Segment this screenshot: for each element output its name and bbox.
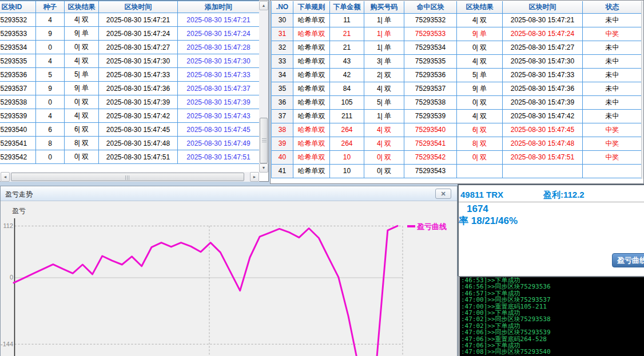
table-cell: 2025-08-30 15:47:48 <box>99 137 178 150</box>
table-cell: 2025-08-30 15:47:21 <box>99 13 178 27</box>
table-cell: 1| 单 <box>364 109 404 123</box>
column-header[interactable]: 状态 <box>583 1 642 13</box>
blocks-horizontal-scrollbar[interactable]: ◄ ► <box>1 172 259 182</box>
table-row[interactable]: 7529353800| 双2025-08-30 15:47:392025-08-… <box>0 95 259 109</box>
vertical-scrollbar-thumb[interactable] <box>260 118 268 163</box>
table-cell: 0 <box>36 150 65 164</box>
profit-curve-button[interactable]: 盈亏曲线 <box>612 253 644 267</box>
table-cell: 36 <box>272 95 293 109</box>
table-cell: 33 <box>272 54 293 68</box>
horizontal-scrollbar-thumb[interactable] <box>11 173 244 181</box>
table-cell: 37 <box>272 109 293 123</box>
table-cell: 75293534 <box>0 41 36 54</box>
table-row[interactable]: 7529353244| 双2025-08-30 15:47:212025-08-… <box>0 13 259 27</box>
table-row[interactable]: 30哈希单双111| 单752935324| 双2025-08-30 15:47… <box>272 13 642 27</box>
table-cell: 10 <box>330 150 364 164</box>
table-row[interactable]: 36哈希单双1055| 单752935380| 双2025-08-30 15:4… <box>272 95 642 109</box>
table-row[interactable]: 7529353400| 双2025-08-30 15:47:272025-08-… <box>0 41 259 54</box>
table-row[interactable]: 33哈希单双433| 单752935354| 双2025-08-30 15:47… <box>272 54 642 68</box>
blocks-vertical-scrollbar[interactable]: ▲ ▼ <box>259 1 268 173</box>
column-header[interactable]: 购买号码 <box>364 1 404 13</box>
table-cell: 2025-08-30 15:47:24 <box>178 27 260 41</box>
scroll-left-button[interactable]: ◄ <box>1 172 10 182</box>
table-row[interactable]: 32哈希单双211| 单752935340| 双2025-08-30 15:47… <box>272 41 642 54</box>
scroll-down-button[interactable]: ▼ <box>259 163 268 173</box>
chart-window-titlebar[interactable]: 盈亏走势 ✕ <box>1 186 457 201</box>
orders-table-header-row: .NO下单规则下单金额购买号码命中区块区块结果区块时间状态 <box>272 1 642 13</box>
scroll-right-button[interactable]: ► <box>250 172 259 182</box>
table-cell: 75293536 <box>404 68 457 82</box>
table-cell: 2025-08-30 15:47:36 <box>99 82 178 95</box>
table-cell: 0| 双 <box>65 95 99 109</box>
column-header[interactable]: 区块结果 <box>457 1 503 13</box>
log-lines: :46:53]>>下单成功:46:56]>>同步区块75293536:46:57… <box>460 277 644 355</box>
column-header[interactable]: 区块时间 <box>99 1 178 13</box>
table-cell: 9| 单 <box>457 82 503 95</box>
table-row[interactable]: 7529354188| 双2025-08-30 15:47:482025-08-… <box>0 137 259 150</box>
log-line: :47:08]>>同步区块75293540 <box>460 349 644 355</box>
table-cell: 未中 <box>583 95 642 109</box>
column-header[interactable]: 添加时间 <box>178 1 260 13</box>
orders-table-window: .NO下单规则下单金额购买号码命中区块区块结果区块时间状态 30哈希单双111|… <box>270 0 644 184</box>
table-row[interactable]: 7529353799| 单2025-08-30 15:47:362025-08-… <box>0 82 259 95</box>
table-row[interactable]: 39哈希单双2644| 双752935418| 双2025-08-30 15:4… <box>272 137 642 150</box>
column-header[interactable]: 区块时间 <box>503 1 583 13</box>
profit-value: 盈利:112.2 <box>543 190 585 201</box>
table-cell: 0| 双 <box>457 41 503 54</box>
table-cell: 1| 单 <box>364 41 404 54</box>
table-cell: 2025-08-30 15:47:30 <box>503 54 583 68</box>
table-cell: 4| 双 <box>65 13 99 27</box>
blocks-table: 区块ID种子区块结果区块时间添加时间 7529353244| 双2025-08-… <box>0 1 259 164</box>
table-cell: 中奖 <box>583 150 642 164</box>
table-cell: 8 <box>36 137 65 150</box>
profit-curve <box>14 226 397 356</box>
table-cell: 75293542 <box>0 150 36 164</box>
column-header[interactable]: 种子 <box>36 1 65 13</box>
table-cell: 哈希单双 <box>293 68 330 82</box>
column-header[interactable]: 区块ID <box>0 1 36 13</box>
column-header[interactable]: 命中区块 <box>404 1 457 13</box>
table-cell: 2025-08-30 15:47:27 <box>99 41 178 54</box>
scroll-up-button[interactable]: ▲ <box>259 1 268 10</box>
table-cell: 2025-08-30 15:47:21 <box>503 13 583 27</box>
column-header[interactable]: 下单规则 <box>293 1 330 13</box>
table-cell: 2025-08-30 15:47:33 <box>503 68 583 82</box>
close-icon[interactable]: ✕ <box>435 189 451 199</box>
table-cell: 84 <box>330 82 364 95</box>
table-row[interactable]: 37哈希单双2111| 单752935394| 双2025-08-30 15:4… <box>272 109 642 123</box>
table-cell: 75293540 <box>404 123 457 137</box>
table-row[interactable]: 38哈希单双2644| 双752935406| 双2025-08-30 15:4… <box>272 123 642 137</box>
table-row[interactable]: 7529354200| 双2025-08-30 15:47:512025-08-… <box>0 150 259 164</box>
table-row[interactable]: 7529353944| 双2025-08-30 15:47:422025-08-… <box>0 109 259 123</box>
table-cell: 211 <box>330 109 364 123</box>
table-cell: 2025-08-30 15:47:37 <box>178 82 260 95</box>
table-row[interactable]: 40哈希单双100| 双752935420| 双2025-08-30 15:47… <box>272 150 642 164</box>
table-cell: 2025-08-30 15:47:48 <box>503 137 583 150</box>
table-cell: 2025-08-30 15:47:27 <box>503 41 583 54</box>
table-cell: 4| 双 <box>364 137 404 150</box>
table-cell: 6 <box>36 123 65 137</box>
table-row[interactable]: 7529353399| 单2025-08-30 15:47:242025-08-… <box>0 27 259 41</box>
table-cell: 0| 双 <box>457 150 503 164</box>
orders-vertical-scrollbar[interactable] <box>641 1 643 179</box>
log-line: :47:00]>>同步区块75293537 <box>460 297 644 303</box>
table-cell: 41 <box>272 164 293 178</box>
table-row[interactable]: 7529353544| 双2025-08-30 15:47:302025-08-… <box>0 54 259 68</box>
table-cell: 0 <box>36 41 65 54</box>
table-cell <box>457 164 503 178</box>
column-header[interactable]: .NO <box>272 1 293 13</box>
stat-count: 1674 <box>467 203 488 215</box>
table-row[interactable]: 34哈希单双422| 双752935365| 单2025-08-30 15:47… <box>272 68 642 82</box>
log-console[interactable]: :46:53]>>下单成功:46:56]>>同步区块75293536:46:57… <box>458 276 644 356</box>
table-row[interactable]: 41哈希单双100| 双75293543 <box>272 164 642 178</box>
table-row[interactable]: 7529354066| 双2025-08-30 15:47:452025-08-… <box>0 123 259 137</box>
column-header[interactable]: 下单金额 <box>330 1 364 13</box>
table-cell: 4 <box>36 54 65 68</box>
table-cell: 中奖 <box>583 137 642 150</box>
table-row[interactable]: 35哈希单双844| 双752935379| 单2025-08-30 15:47… <box>272 82 642 95</box>
table-row[interactable]: 31哈希单双211| 单752935339| 单2025-08-30 15:47… <box>272 27 642 41</box>
column-header[interactable]: 区块结果 <box>65 1 99 13</box>
table-cell: 0| 双 <box>364 150 404 164</box>
table-row[interactable]: 7529353655| 单2025-08-30 15:47:332025-08-… <box>0 68 259 82</box>
table-cell: 2025-08-30 15:47:45 <box>99 123 178 137</box>
